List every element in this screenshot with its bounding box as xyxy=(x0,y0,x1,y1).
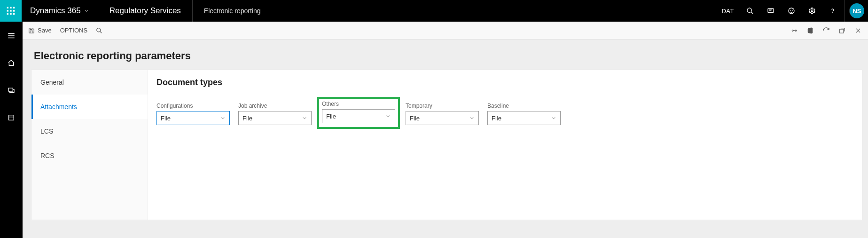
search-icon xyxy=(746,7,754,15)
tab-attachments[interactable]: Attachments xyxy=(31,95,148,119)
chevron-down-icon xyxy=(469,115,475,121)
brand-switcher[interactable]: Dynamics 365 xyxy=(22,0,98,22)
avatar-initials: NS xyxy=(852,8,861,15)
field-temporary: Temporary File xyxy=(406,103,479,125)
svg-rect-0 xyxy=(7,7,8,8)
user-avatar[interactable]: NS xyxy=(849,3,864,18)
field-label-configurations: Configurations xyxy=(156,103,230,109)
office-button[interactable] xyxy=(806,26,814,35)
global-header: Dynamics 365 Regulatory Services Electro… xyxy=(0,0,868,22)
nav-rail xyxy=(0,22,23,238)
svg-rect-3 xyxy=(7,10,8,11)
company-label: DAT xyxy=(721,8,734,15)
field-baseline: Baseline File xyxy=(487,103,561,125)
svg-rect-2 xyxy=(13,7,15,8)
svg-point-18 xyxy=(833,13,833,13)
chevron-down-icon xyxy=(220,115,226,121)
svg-point-28 xyxy=(795,30,797,31)
nav-recent-button[interactable] xyxy=(0,81,23,100)
tab-rcs[interactable]: RCS xyxy=(31,143,148,168)
search-icon xyxy=(96,27,102,34)
action-bar: Save OPTIONS xyxy=(23,22,868,40)
svg-line-10 xyxy=(751,12,753,14)
smile-icon xyxy=(788,7,795,15)
field-configurations: Configurations File xyxy=(156,103,230,125)
svg-point-9 xyxy=(747,8,751,12)
svg-point-25 xyxy=(97,28,101,32)
svg-line-26 xyxy=(100,31,102,33)
select-value: File xyxy=(326,113,336,120)
message-icon xyxy=(767,7,774,15)
attach-button[interactable] xyxy=(790,26,798,35)
help-icon xyxy=(829,7,837,15)
area-label: Electronic reporting xyxy=(204,7,261,15)
save-label: Save xyxy=(38,27,52,34)
options-button[interactable]: OPTIONS xyxy=(60,27,88,34)
close-button[interactable] xyxy=(854,26,862,35)
settings-button[interactable] xyxy=(803,0,821,22)
feedback-button[interactable] xyxy=(782,0,801,22)
select-value: File xyxy=(161,115,171,122)
section-title: Document types xyxy=(156,78,853,87)
svg-rect-1 xyxy=(10,7,11,8)
refresh-button[interactable] xyxy=(822,26,830,35)
messages-button[interactable] xyxy=(761,0,780,22)
tab-general[interactable]: General xyxy=(31,70,148,95)
page-title: Electronic reporting parameters xyxy=(23,40,868,70)
nav-menu-button[interactable] xyxy=(0,26,23,45)
brand-label: Dynamics 365 xyxy=(30,6,81,16)
hamburger-icon xyxy=(7,32,16,40)
parameters-card: General Attachments LCS RCS Document typ… xyxy=(31,70,862,220)
field-label-others: Others xyxy=(322,101,395,107)
field-label-temporary: Temporary xyxy=(406,103,479,109)
link-icon xyxy=(790,27,798,34)
gear-icon xyxy=(808,7,816,15)
svg-rect-7 xyxy=(10,13,11,15)
svg-point-17 xyxy=(811,10,813,12)
chevron-down-icon xyxy=(551,115,556,121)
app-launcher-button[interactable] xyxy=(0,0,22,22)
svg-rect-22 xyxy=(8,88,13,91)
module-label: Regulatory Services xyxy=(109,6,181,16)
svg-rect-8 xyxy=(13,13,15,15)
refresh-icon xyxy=(822,27,830,34)
save-button[interactable]: Save xyxy=(28,27,52,34)
popout-button[interactable] xyxy=(838,26,846,35)
save-icon xyxy=(28,27,35,34)
search-button[interactable] xyxy=(741,0,759,22)
nav-home-button[interactable] xyxy=(0,54,23,72)
home-icon xyxy=(8,59,15,67)
recent-icon xyxy=(8,87,15,94)
select-baseline[interactable]: File xyxy=(487,111,561,125)
field-label-job-archive: Job archive xyxy=(238,103,312,109)
select-value: File xyxy=(410,115,420,122)
tab-lcs[interactable]: LCS xyxy=(31,119,148,143)
help-button[interactable] xyxy=(823,0,842,22)
field-job-archive: Job archive File xyxy=(238,103,312,125)
nav-workspaces-button[interactable] xyxy=(0,108,23,127)
module-title: Regulatory Services xyxy=(98,0,193,22)
field-others: Others File xyxy=(322,101,395,123)
workspace-icon xyxy=(8,114,15,121)
company-picker[interactable]: DAT xyxy=(717,8,739,15)
select-value: File xyxy=(492,115,501,122)
svg-rect-6 xyxy=(7,13,8,15)
actionbar-search-button[interactable] xyxy=(96,27,102,34)
highlight-others: Others File xyxy=(317,97,400,129)
svg-rect-11 xyxy=(768,8,774,12)
select-configurations[interactable]: File xyxy=(156,111,230,125)
pane-attachments: Document types Configurations File xyxy=(148,70,862,220)
close-icon xyxy=(855,27,861,34)
select-value: File xyxy=(242,115,252,122)
field-label-baseline: Baseline xyxy=(487,103,561,109)
svg-rect-23 xyxy=(9,115,14,120)
popout-icon xyxy=(839,27,845,34)
svg-rect-4 xyxy=(10,10,11,11)
select-job-archive[interactable]: File xyxy=(238,111,312,125)
options-label: OPTIONS xyxy=(60,27,88,34)
area-breadcrumb[interactable]: Electronic reporting xyxy=(193,7,272,15)
svg-point-16 xyxy=(792,10,793,10)
chevron-down-icon xyxy=(385,113,391,119)
select-others[interactable]: File xyxy=(322,109,395,123)
select-temporary[interactable]: File xyxy=(406,111,479,125)
